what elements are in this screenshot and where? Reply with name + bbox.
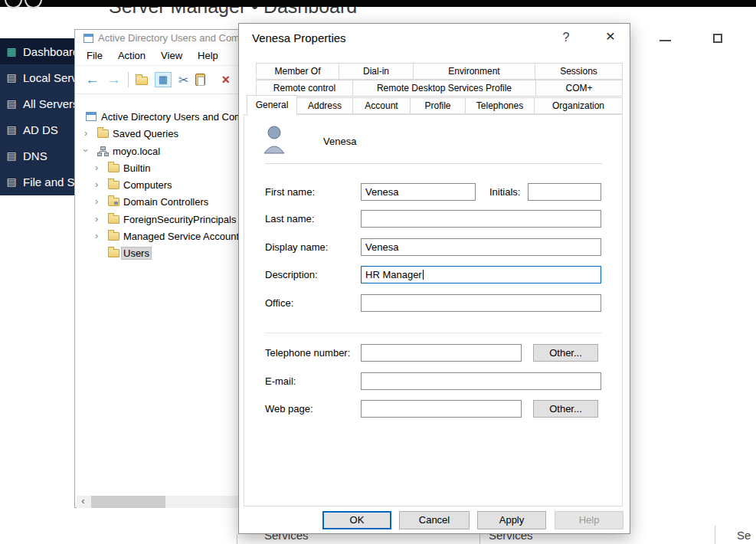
tab-remote-control[interactable]: Remote control xyxy=(256,80,353,97)
web-page-label: Web page: xyxy=(265,403,313,415)
scrollbar-thumb[interactable] xyxy=(91,496,165,508)
help-icon[interactable]: ? xyxy=(555,28,578,47)
delete-icon[interactable]: × xyxy=(221,72,230,88)
display-name-label: Display name: xyxy=(265,241,328,253)
dashboard-icon: ▦ xyxy=(5,45,18,57)
back-icon[interactable]: ← xyxy=(85,71,100,88)
tab-environment[interactable]: Environment xyxy=(413,63,535,80)
chevron-right-icon[interactable]: › xyxy=(95,230,98,241)
sidebar-item-all-servers[interactable]: ▤ All Servers xyxy=(0,90,74,116)
description-field[interactable]: HR Manager xyxy=(361,266,601,283)
server-icon: ▤ xyxy=(5,149,18,162)
chevron-right-icon[interactable]: › xyxy=(84,127,87,139)
tile-divider xyxy=(715,526,715,544)
tab-organization[interactable]: Organization xyxy=(534,97,623,114)
folder-icon xyxy=(108,215,119,224)
menu-file[interactable]: File xyxy=(87,50,103,61)
tab-profile[interactable]: Profile xyxy=(410,97,466,114)
telephone-other-button[interactable]: Other... xyxy=(533,344,598,362)
forward-icon[interactable]: → xyxy=(106,71,121,88)
cut-icon[interactable]: ✂ xyxy=(178,73,188,87)
tab-dial-in[interactable]: Dial-in xyxy=(339,63,414,80)
apply-button[interactable]: Apply xyxy=(477,511,546,529)
tree-item-label: ForeignSecurityPrincipals xyxy=(123,214,236,225)
office-label: Office: xyxy=(265,297,293,309)
server-icon: ▤ xyxy=(5,175,18,188)
description-label: Description: xyxy=(265,269,318,280)
domain-icon xyxy=(97,146,109,159)
tile-divider xyxy=(479,534,480,544)
tree-item-label: Computers xyxy=(123,179,172,191)
user-avatar-icon xyxy=(263,124,286,158)
separator xyxy=(265,333,602,333)
initials-label: Initials: xyxy=(489,186,520,198)
sidebar-item-file-storage[interactable]: ▤ File and Storage Services xyxy=(0,169,74,195)
screen: Server Manager • Dashboard Services Serv… xyxy=(0,0,756,544)
web-page-field[interactable] xyxy=(361,400,522,418)
horizontal-scrollbar[interactable]: ‹ xyxy=(77,496,260,508)
first-name-field[interactable]: Venesa xyxy=(361,183,476,201)
tree-item-label: Managed Service Accounts xyxy=(123,231,244,242)
text-caret xyxy=(423,270,424,280)
show-console-tree-icon[interactable]: ▦ xyxy=(155,72,172,87)
minimize-button[interactable] xyxy=(659,40,671,41)
sidebar-item-label: Local Server xyxy=(23,71,74,84)
first-name-label: First name: xyxy=(265,186,315,198)
chevron-down-icon[interactable]: › xyxy=(80,149,92,152)
tab-sessions[interactable]: Sessions xyxy=(535,63,623,80)
back-nav-circle-icon[interactable] xyxy=(5,0,22,8)
forward-nav-circle-icon[interactable] xyxy=(25,0,42,8)
server-icon: ▤ xyxy=(5,97,18,110)
tree-item-label: moyo.local xyxy=(113,146,160,157)
web-other-button[interactable]: Other... xyxy=(533,400,598,418)
tab-address[interactable]: Address xyxy=(296,97,353,114)
cancel-button[interactable]: Cancel xyxy=(399,511,470,529)
sidebar-item-local-server[interactable]: ▤ Local Server xyxy=(0,64,74,90)
tree-item-label: Users xyxy=(122,247,151,259)
folder-icon xyxy=(108,249,119,257)
services-tile-label: Se xyxy=(737,529,751,542)
sidebar-item-label: DNS xyxy=(23,149,47,162)
chevron-right-icon[interactable]: › xyxy=(95,179,98,190)
tab-rds-profile[interactable]: Remote Desktop Services Profile xyxy=(352,80,536,97)
chevron-right-icon[interactable]: › xyxy=(95,213,98,224)
tab-com-plus[interactable]: COM+ xyxy=(535,80,623,97)
paste-icon[interactable] xyxy=(195,74,205,86)
sidebar-item-label: All Servers xyxy=(23,97,74,110)
menu-help[interactable]: Help xyxy=(198,50,218,61)
last-name-field[interactable] xyxy=(361,210,601,228)
close-icon[interactable]: × xyxy=(597,25,623,47)
venesa-properties-dialog: Venesa Properties ? × Member Of Dial-in … xyxy=(238,23,630,534)
menu-view[interactable]: View xyxy=(161,50,182,61)
folder-icon xyxy=(108,164,119,172)
up-folder-icon[interactable] xyxy=(136,77,148,85)
sidebar-item-label: File and Storage Services xyxy=(23,175,74,188)
initials-field[interactable] xyxy=(528,183,601,201)
sidebar-item-ad-ds[interactable]: ▤ AD DS xyxy=(0,116,74,143)
tab-general[interactable]: General xyxy=(247,95,297,115)
server-icon: ▤ xyxy=(5,71,18,84)
scroll-left-icon[interactable]: ‹ xyxy=(77,496,90,508)
email-label: E-mail: xyxy=(265,375,296,387)
toolbar-separator xyxy=(128,72,129,87)
separator xyxy=(265,163,602,164)
chevron-right-icon[interactable]: › xyxy=(95,162,98,173)
sidebar-item-dns[interactable]: ▤ DNS xyxy=(0,143,74,169)
tab-member-of[interactable]: Member Of xyxy=(256,63,339,80)
sidebar-item-dashboard[interactable]: ▦ Dashboard xyxy=(0,38,74,64)
email-field[interactable] xyxy=(361,372,601,390)
dialog-title: Venesa Properties xyxy=(252,31,346,44)
telephone-field[interactable] xyxy=(361,344,522,362)
office-field[interactable] xyxy=(361,294,601,312)
window-top-bar xyxy=(0,0,756,7)
tab-account[interactable]: Account xyxy=(352,97,411,114)
tab-telephones[interactable]: Telephones xyxy=(465,97,535,114)
maximize-button[interactable] xyxy=(713,34,722,43)
menu-action[interactable]: Action xyxy=(118,50,146,61)
ok-button[interactable]: OK xyxy=(322,511,391,529)
folder-icon xyxy=(108,181,119,189)
folder-icon xyxy=(97,129,109,138)
sidebar-item-label: Dashboard xyxy=(23,45,74,58)
chevron-right-icon[interactable]: › xyxy=(95,195,98,207)
display-name-field[interactable]: Venesa xyxy=(361,238,601,256)
